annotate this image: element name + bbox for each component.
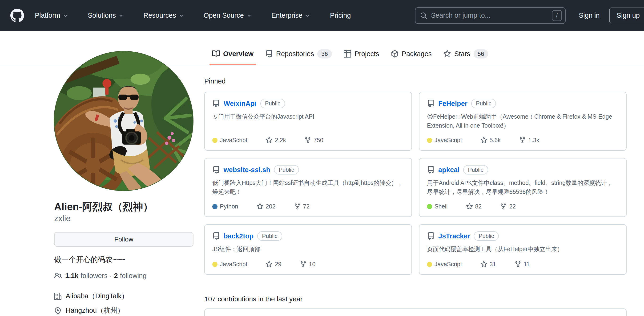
slash-shortcut-key: /: [552, 10, 562, 21]
repo-forks[interactable]: 22: [500, 203, 516, 210]
language-dot: [212, 138, 218, 143]
repo-stars[interactable]: 2.2k: [266, 137, 286, 144]
repo-icon: [427, 166, 434, 174]
tab-overview[interactable]: Overview: [208, 43, 258, 65]
repo-link[interactable]: apkcal: [438, 166, 460, 174]
sign-in-link[interactable]: Sign in: [579, 12, 600, 19]
language-dot: [427, 262, 432, 267]
pinned-repo-card: WeixinApi Public 专门用于微信公众平台的Javascript A…: [204, 92, 412, 151]
nav-resources[interactable]: Resources: [143, 12, 184, 19]
repo-forks[interactable]: 750: [304, 137, 324, 144]
fork-count: 10: [309, 261, 316, 268]
repo-link[interactable]: WeixinApi: [224, 100, 256, 107]
following-count[interactable]: 2: [114, 272, 118, 280]
repo-forks[interactable]: 11: [514, 261, 530, 268]
primary-nav: Platform Solutions Resources Open Source…: [35, 12, 351, 19]
visibility-badge: Public: [463, 165, 488, 175]
tab-repositories[interactable]: Repositories 36: [261, 43, 336, 65]
profile-username: zxlie: [54, 214, 194, 223]
repo-stars[interactable]: 29: [266, 261, 282, 268]
pinned-repo-card: apkcal Public 用于Android APK文件中class、meth…: [419, 158, 626, 217]
repo-language: Shell: [427, 203, 448, 210]
star-count: 202: [266, 203, 276, 210]
repo-link[interactable]: back2top: [224, 232, 254, 240]
star-icon: [256, 203, 264, 210]
search-icon: [420, 12, 427, 19]
repo-stars[interactable]: 82: [466, 203, 482, 210]
chevron-down-icon: [118, 13, 124, 18]
company-row: Alibaba（DingTalk）: [54, 291, 128, 301]
star-icon: [480, 261, 487, 268]
repo-description: 页面代码覆盖率检测工具（从FeHelper中独立出来）: [427, 245, 618, 253]
package-icon: [391, 50, 398, 58]
tab-projects-label: Projects: [354, 50, 379, 58]
repo-stars[interactable]: 5.6k: [480, 137, 501, 144]
star-icon: [444, 50, 451, 58]
repo-link[interactable]: FeHelper: [438, 100, 468, 107]
following-label[interactable]: following: [120, 272, 147, 280]
fork-icon: [300, 261, 307, 268]
followers-count[interactable]: 1.1k: [65, 272, 78, 280]
repo-stars[interactable]: 31: [480, 261, 496, 268]
followers-label[interactable]: followers: [80, 272, 107, 280]
nav-enterprise[interactable]: Enterprise: [272, 12, 310, 19]
pinned-grid: WeixinApi Public 专门用于微信公众平台的Javascript A…: [204, 92, 626, 275]
nav-platform-label: Platform: [35, 12, 60, 19]
repo-link[interactable]: JsTracker: [438, 232, 470, 240]
tab-projects[interactable]: Projects: [340, 43, 384, 65]
tab-stars[interactable]: Stars 56: [439, 43, 492, 65]
fork-icon: [304, 137, 311, 144]
visibility-badge: Public: [260, 99, 285, 108]
location-row: Hangzhou（杭州）: [54, 306, 124, 315]
github-logo-icon[interactable]: [10, 9, 24, 22]
fork-icon: [294, 203, 301, 210]
star-count: 31: [490, 261, 496, 268]
fork-icon: [500, 203, 507, 210]
nav-open-source[interactable]: Open Source: [204, 12, 252, 19]
card-meta: Shell 82 22: [427, 203, 618, 210]
repo-description: 专门用于微信公众平台的Javascript API: [212, 112, 404, 121]
card-head: back2top Public: [212, 231, 404, 241]
search-input[interactable]: [431, 12, 548, 19]
card-meta: JavaScript 2.2k 750: [212, 137, 404, 144]
star-icon: [466, 203, 473, 210]
language-name: Shell: [434, 203, 448, 210]
follow-button[interactable]: Follow: [54, 232, 194, 247]
repo-stars[interactable]: 202: [256, 203, 276, 210]
card-meta: JavaScript 31 11: [427, 261, 618, 268]
profile-name: Alien-阿烈叔（烈神）: [54, 200, 194, 214]
visibility-badge: Public: [257, 231, 282, 241]
chevron-down-icon: [63, 13, 68, 18]
nav-solutions[interactable]: Solutions: [88, 12, 124, 19]
book-icon: [212, 50, 220, 58]
nav-pricing[interactable]: Pricing: [330, 12, 351, 19]
card-head: website-ssl.sh Public: [212, 165, 404, 175]
card-meta: JavaScript 29 10: [212, 261, 404, 268]
visibility-badge: Public: [474, 231, 498, 241]
nav-platform[interactable]: Platform: [35, 12, 68, 19]
repo-forks[interactable]: 10: [300, 261, 316, 268]
star-icon: [266, 261, 272, 268]
pinned-repo-card: website-ssl.sh Public 低门槛跨入Https大门！网站ssl…: [204, 158, 412, 217]
pinned-repo-card: JsTracker Public 页面代码覆盖率检测工具（从FeHelper中独…: [419, 224, 626, 275]
tab-overview-label: Overview: [223, 50, 254, 58]
tab-packages[interactable]: Packages: [387, 43, 436, 65]
fork-count: 22: [509, 203, 516, 210]
language-name: Python: [220, 203, 238, 210]
repo-language: JavaScript: [427, 137, 462, 144]
stars-count-badge: 56: [474, 49, 488, 59]
repo-forks[interactable]: 72: [294, 203, 310, 210]
location-value: Hangzhou（杭州）: [66, 306, 124, 315]
sign-up-button[interactable]: Sign up: [609, 8, 644, 23]
global-search[interactable]: /: [415, 7, 566, 24]
pinned-repo-card: FeHelper Public 😍FeHelper--Web前端助手（Aweso…: [419, 92, 626, 151]
repo-language: JavaScript: [212, 137, 248, 144]
repo-link[interactable]: website-ssl.sh: [224, 166, 270, 174]
table-icon: [344, 50, 351, 58]
card-head: JsTracker Public: [427, 231, 618, 241]
avatar[interactable]: [54, 51, 194, 191]
repo-forks[interactable]: 1.3k: [519, 137, 539, 144]
repo-language: JavaScript: [212, 261, 248, 268]
repositories-count-badge: 36: [317, 49, 332, 59]
star-count: 29: [275, 261, 282, 268]
